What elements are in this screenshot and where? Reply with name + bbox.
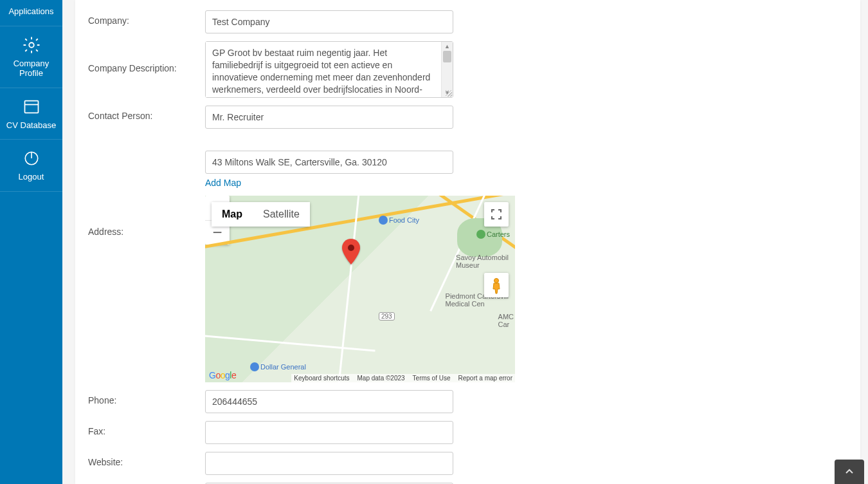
label-website: Website: <box>75 452 205 467</box>
map-type-satellite-button[interactable]: Satellite <box>253 202 310 227</box>
description-textarea[interactable]: GP Groot bv bestaat ruim negentig jaar. … <box>206 42 441 97</box>
phone-input[interactable] <box>205 390 453 413</box>
row-show-site: Show my site url, address and phone on t… <box>75 479 860 484</box>
window-icon <box>22 97 41 116</box>
svg-point-0 <box>29 42 34 48</box>
map-data-text: Map data ©2023 <box>357 375 405 382</box>
map-keyboard-shortcuts-link[interactable]: Keyboard shortcuts <box>294 375 349 382</box>
map-poi-label: AMC Car <box>498 313 514 328</box>
sidebar-item-label: Logout <box>19 172 44 182</box>
map-terms-link[interactable]: Terms of Use <box>413 375 451 382</box>
label-address: Address: <box>75 136 205 237</box>
sidebar-item-applications[interactable]: Applications <box>0 0 62 26</box>
svg-point-6 <box>494 279 499 283</box>
row-company: Company: <box>75 6 860 37</box>
map-marker-icon[interactable] <box>342 239 360 266</box>
label-phone: Phone: <box>75 390 205 405</box>
poi-dot-icon <box>379 216 388 225</box>
map[interactable]: 411 Food City Carters Savoy Automobil Mu… <box>205 196 515 382</box>
address-input[interactable] <box>205 151 453 174</box>
power-icon <box>22 149 41 168</box>
map-poi-label: Food City <box>379 214 419 224</box>
poi-dot-icon <box>250 362 259 371</box>
map-report-link[interactable]: Report a map error <box>458 375 512 382</box>
description-textarea-wrap: GP Groot bv bestaat ruim negentig jaar. … <box>205 41 453 98</box>
sidebar-item-label: CV Database <box>6 120 56 131</box>
add-map-link[interactable]: Add Map <box>205 178 241 188</box>
row-address: Address: Add Map 411 Food City Carters <box>75 133 860 386</box>
chevron-up-icon <box>845 467 854 476</box>
map-poi-label: Carters <box>476 228 510 238</box>
row-website: Website: <box>75 448 860 479</box>
map-hwy-shield: 293 <box>379 312 395 321</box>
gear-icon <box>22 35 41 55</box>
scroll-thumb[interactable] <box>443 51 451 62</box>
fax-input[interactable] <box>205 421 453 444</box>
company-input[interactable] <box>205 10 453 33</box>
map-poi-label: Dollar General <box>250 360 306 371</box>
label-company: Company: <box>75 10 205 26</box>
label-description: Company Description: <box>75 41 205 73</box>
poi-dot-icon <box>476 230 485 239</box>
svg-point-5 <box>348 245 354 251</box>
google-logo: Google <box>209 370 236 380</box>
form-card: Company: Company Description: GP Groot b… <box>75 0 860 484</box>
sidebar-item-cv-database[interactable]: CV Database <box>0 88 62 140</box>
contact-input[interactable] <box>205 106 453 129</box>
sidebar: Applications Company Profile CV Database… <box>0 0 62 484</box>
map-footer: Keyboard shortcuts Map data ©2023 Terms … <box>291 374 515 382</box>
map-road <box>205 333 375 351</box>
website-input[interactable] <box>205 452 453 475</box>
map-fullscreen-button[interactable] <box>484 202 509 227</box>
map-poi-label: Savoy Automobil Museur <box>456 254 509 269</box>
row-contact: Contact Person: <box>75 102 860 133</box>
sidebar-item-label: Company Profile <box>4 59 59 79</box>
scroll-up-icon[interactable]: ▲ <box>442 42 453 51</box>
map-pegman-button[interactable] <box>484 273 509 297</box>
resize-handle-icon[interactable] <box>446 90 452 97</box>
row-description: Company Description: GP Groot bv bestaat… <box>75 37 860 102</box>
map-type-toggle: Map Satellite <box>212 202 310 227</box>
map-type-map-button[interactable]: Map <box>212 202 253 227</box>
svg-rect-1 <box>24 100 38 113</box>
label-contact: Contact Person: <box>75 106 205 121</box>
row-phone: Phone: <box>75 386 860 417</box>
sidebar-item-company-profile[interactable]: Company Profile <box>0 26 62 88</box>
row-fax: Fax: <box>75 417 860 448</box>
sidebar-item-logout[interactable]: Logout <box>0 140 62 192</box>
label-fax: Fax: <box>75 421 205 436</box>
scroll-to-top-button[interactable] <box>835 460 864 484</box>
main-area: Company: Company Description: GP Groot b… <box>62 0 868 484</box>
sidebar-item-label: Applications <box>8 6 53 17</box>
textarea-scrollbar[interactable]: ▲ ▼ <box>441 42 453 97</box>
